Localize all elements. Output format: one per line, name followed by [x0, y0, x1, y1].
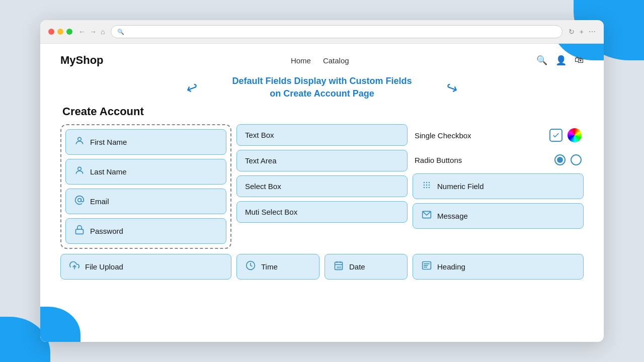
heading-field[interactable]: Heading — [413, 254, 584, 280]
select-box-field[interactable]: Select Box — [236, 175, 408, 197]
color-wheel-icon — [568, 128, 582, 142]
svg-point-7 — [424, 185, 425, 186]
multi-select-field[interactable]: Muti Select Box — [236, 201, 408, 223]
lock-icon — [74, 225, 85, 237]
calendar-icon: 365 — [333, 260, 344, 273]
numeric-label: Numeric Field — [437, 182, 484, 191]
numeric-field[interactable]: Numeric Field — [413, 173, 584, 199]
radio-filled-icon[interactable] — [554, 154, 566, 165]
browser-actions: ↻ + ⋯ — [569, 28, 596, 36]
maximize-button[interactable] — [66, 29, 72, 35]
back-button[interactable]: ← — [78, 28, 86, 36]
create-account-title: Create Account — [62, 105, 584, 118]
svg-point-1 — [78, 167, 82, 171]
select-box-label: Select Box — [245, 182, 281, 191]
user-icon[interactable]: 👤 — [555, 55, 567, 66]
bottom-row: File Upload Time — [60, 254, 584, 280]
email-label: Email — [90, 197, 109, 206]
message-field[interactable]: Message — [413, 203, 584, 229]
default-fields-group: First Name Last Name — [60, 124, 231, 249]
nav-links: Home Catalog — [291, 56, 349, 65]
upload-icon — [69, 260, 80, 273]
svg-text:365: 365 — [337, 266, 342, 269]
message-icon — [421, 210, 432, 222]
bag-icon[interactable]: 🛍 — [575, 55, 584, 66]
file-upload-field[interactable]: File Upload — [60, 254, 231, 280]
brand-logo: MyShop — [60, 54, 104, 67]
svg-point-10 — [424, 187, 425, 189]
svg-rect-3 — [76, 230, 84, 234]
single-checkbox-row: Single Checkbox — [413, 124, 584, 146]
radio-empty-icon[interactable] — [571, 154, 582, 165]
new-tab-button[interactable]: + — [580, 28, 584, 36]
svg-point-8 — [426, 185, 428, 186]
browser-chrome: ← → ⌂ 🔍 ↻ + ⋯ — [40, 20, 604, 44]
svg-point-6 — [429, 182, 430, 184]
heading-label: Heading — [437, 262, 465, 271]
message-label: Message — [437, 212, 468, 220]
date-field[interactable]: 365 Date — [325, 254, 408, 280]
last-name-field[interactable]: Last Name — [65, 159, 226, 185]
more-button[interactable]: ⋯ — [589, 28, 596, 36]
time-date-group: Time 365 Date — [236, 254, 408, 280]
email-field[interactable]: Email — [65, 189, 226, 214]
password-label: Password — [90, 227, 123, 235]
navbar: MyShop Home Catalog 🔍 👤 🛍 — [60, 54, 584, 67]
numeric-icon — [421, 180, 432, 193]
search-icon-small: 🔍 — [117, 29, 124, 35]
minimize-button[interactable] — [57, 29, 63, 35]
fields-grid: First Name Last Name — [60, 124, 584, 280]
clock-icon — [245, 260, 256, 273]
reload-button[interactable]: ↻ — [569, 28, 575, 36]
right-col: Single Checkbox Radio Buttons — [413, 124, 584, 229]
navbar-icons: 🔍 👤 🛍 — [536, 55, 584, 66]
svg-point-9 — [429, 185, 430, 186]
multi-select-label: Muti Select Box — [245, 208, 297, 216]
text-box-label: Text Box — [245, 131, 274, 139]
first-name-label: First Name — [90, 138, 127, 146]
file-upload-label: File Upload — [85, 262, 123, 271]
person-icon — [74, 136, 85, 148]
search-icon[interactable]: 🔍 — [536, 55, 547, 66]
person2-icon — [74, 165, 85, 178]
first-name-field[interactable]: First Name — [65, 129, 226, 155]
svg-point-0 — [78, 138, 82, 141]
radio-buttons-row: Radio Buttons — [413, 150, 584, 169]
traffic-lights — [48, 29, 72, 35]
home-button[interactable]: ⌂ — [101, 28, 105, 36]
annotation-banner: Default Fields Display with Custom Field… — [60, 75, 584, 100]
annotation-text-line2: on Create Account Page — [60, 87, 584, 100]
middle-col: Text Box Text Area Select Box Muti Selec… — [236, 124, 408, 223]
forward-button[interactable]: → — [90, 28, 97, 36]
close-button[interactable] — [48, 29, 54, 35]
time-field[interactable]: Time — [236, 254, 319, 280]
single-checkbox-label: Single Checkbox — [415, 131, 544, 140]
browser-nav: ← → ⌂ — [78, 28, 105, 36]
nav-home[interactable]: Home — [291, 56, 311, 65]
svg-point-5 — [426, 182, 428, 184]
checkbox-icon[interactable] — [549, 129, 562, 142]
text-area-label: Text Area — [245, 156, 277, 165]
at-icon — [74, 195, 85, 208]
date-label: Date — [349, 262, 365, 271]
address-bar[interactable]: 🔍 — [111, 25, 562, 38]
text-box-field[interactable]: Text Box — [236, 124, 408, 146]
time-label: Time — [261, 262, 278, 271]
svg-point-2 — [78, 199, 82, 202]
annotation-text-line1: Default Fields Display with Custom Field… — [60, 75, 584, 87]
svg-point-11 — [426, 187, 428, 189]
radio-buttons-label: Radio Buttons — [415, 156, 549, 164]
text-area-field[interactable]: Text Area — [236, 150, 408, 171]
password-field[interactable]: Password — [65, 218, 226, 244]
nav-catalog[interactable]: Catalog — [323, 56, 349, 65]
svg-point-4 — [424, 182, 425, 184]
svg-point-12 — [429, 187, 430, 189]
heading-icon — [421, 260, 432, 273]
last-name-label: Last Name — [90, 167, 127, 176]
